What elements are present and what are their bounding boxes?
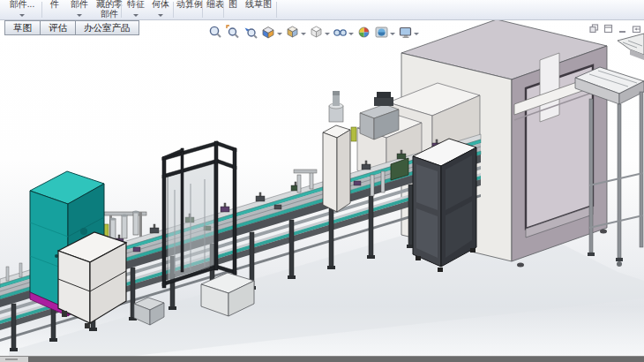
assembly-features-button[interactable]: 特征 (124, 0, 148, 19)
edit-appearance-button[interactable] (356, 25, 371, 40)
window-menu-icon[interactable] (632, 24, 641, 34)
view-orientation-button[interactable] (285, 25, 306, 40)
window-minimize-icon[interactable] (618, 24, 627, 34)
dropdown-caret-icon (348, 33, 354, 35)
viewport-3d[interactable] (0, 0, 644, 357)
view-settings-icon (398, 25, 413, 40)
new-motion-study-button[interactable]: 动算例 (175, 0, 205, 19)
zoom-to-area-icon (226, 25, 241, 40)
toolbar-separator (121, 2, 122, 18)
mate-button[interactable]: 件 (44, 0, 65, 19)
section-view-icon (261, 25, 276, 40)
dropdown-caret-icon (19, 14, 25, 17)
display-style-icon (309, 25, 324, 40)
bottom-edge-bar (0, 356, 644, 362)
zoom-to-fit-button[interactable] (208, 25, 223, 40)
model-scene[interactable] (0, 0, 644, 362)
dropdown-caret-icon (325, 33, 330, 35)
previous-view-icon (243, 25, 258, 40)
command-manager-tabs: 草图 评估 办公室产品 (4, 20, 139, 35)
bottom-bar-dash (5, 358, 18, 360)
zoom-to-area-button[interactable] (226, 25, 241, 40)
tab-office-products[interactable]: 办公室产品 (75, 20, 139, 35)
window-maximize-icon[interactable] (603, 24, 613, 34)
view-settings-button[interactable] (398, 25, 419, 40)
hide-show-items-button[interactable] (333, 25, 354, 40)
dropdown-caret-icon (158, 14, 163, 17)
toolbar-separator (173, 2, 174, 18)
view-orientation-icon (285, 25, 300, 40)
dropdown-caret-icon (390, 33, 395, 35)
toolbar-separator (223, 2, 224, 18)
dropdown-caret-icon (277, 33, 282, 35)
exploded-view-button[interactable]: 图 (225, 0, 241, 19)
heads-up-view-toolbar (208, 25, 422, 40)
toolbar-separator (202, 2, 203, 18)
toolbar-separator (276, 2, 277, 18)
tab-sketch[interactable]: 草图 (4, 20, 41, 35)
section-view-button[interactable] (261, 25, 282, 40)
display-style-button[interactable] (309, 25, 330, 40)
corner-conveyor[interactable] (618, 34, 644, 60)
dropdown-caret-icon (414, 33, 419, 35)
previous-view-button[interactable] (243, 25, 258, 40)
dropdown-caret-icon (77, 14, 82, 17)
window-restore-icon[interactable] (589, 24, 599, 34)
command-manager-toolbar: 部件... 件 部件 藏的零 部件 特征 何体 动算例 细表 图 (0, 0, 644, 20)
hide-show-items-icon (333, 25, 348, 40)
show-hidden-components-button[interactable]: 藏的零 部件 (92, 0, 127, 19)
edit-appearance-icon (356, 25, 371, 40)
reference-geometry-button[interactable]: 何体 (148, 0, 173, 19)
insert-components-button[interactable]: 部件... (4, 0, 41, 19)
solidworks-window: 部件... 件 部件 藏的零 部件 特征 何体 动算例 细表 图 (0, 0, 644, 362)
tab-evaluate[interactable]: 评估 (40, 20, 76, 35)
explode-line-sketch-button[interactable]: 线草图 (242, 0, 275, 19)
dropdown-caret-icon (133, 14, 139, 17)
move-component-button[interactable]: 部件 (67, 0, 92, 19)
toolbar-separator (41, 2, 42, 18)
document-window-controls (589, 24, 641, 34)
apply-scene-button[interactable] (374, 25, 395, 40)
zoom-to-fit-icon (208, 25, 223, 40)
dropdown-caret-icon (301, 33, 306, 35)
control-cabinet-right[interactable] (413, 139, 476, 272)
apply-scene-icon (374, 25, 389, 40)
